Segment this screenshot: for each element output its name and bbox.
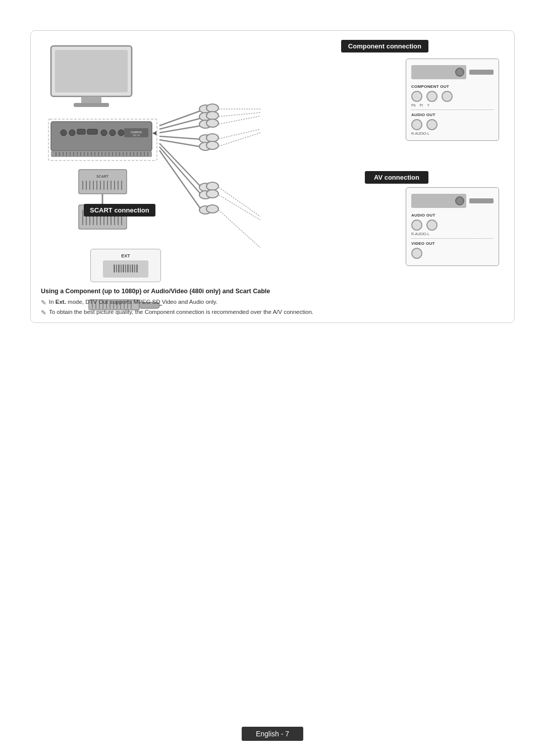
svg-line-89	[219, 113, 260, 117]
note-item-1: ✎ In Ext. mode, DTV Out supports MPEG SD…	[41, 299, 504, 306]
svg-point-84	[206, 134, 219, 142]
svg-rect-7	[77, 129, 85, 134]
notes-section: Using a Component (up to 1080p) or Audio…	[41, 288, 504, 316]
svg-point-95	[206, 182, 219, 190]
svg-text:SCART: SCART	[96, 175, 109, 178]
r-audio-l-label-comp: R-AUDIO-L	[411, 132, 494, 135]
component-sub-labels: Pb Pr Y	[411, 103, 494, 107]
note-icon-1: ✎	[41, 299, 46, 306]
svg-line-92	[219, 133, 260, 146]
note-title: Using a Component (up to 1080p) or Audio…	[41, 288, 504, 295]
separator-1	[411, 110, 494, 110]
page: COMPOS /AV IN ◄	[0, 0, 545, 756]
r-audio-l-label-av: R-AUDIO-L	[411, 232, 494, 236]
ext-label: EXT	[95, 253, 156, 258]
svg-line-102	[219, 187, 260, 217]
svg-point-5	[61, 130, 67, 136]
audio-out-label-av: AUDIO OUT	[411, 213, 494, 218]
svg-point-11	[118, 130, 124, 136]
separator-2	[411, 238, 494, 239]
connection-diagram: COMPOS /AV IN ◄	[36, 36, 389, 293]
main-content-box: COMPOS /AV IN ◄	[30, 30, 515, 323]
component-ports-row	[411, 91, 494, 102]
svg-point-87	[206, 141, 219, 149]
svg-line-96	[159, 147, 201, 195]
audio-ports-av	[411, 220, 494, 231]
svg-point-9	[101, 130, 107, 136]
svg-point-101	[206, 205, 219, 213]
component-panel: COMPONENT OUT Pb Pr Y AUDIO OUT R-AUDIO-…	[406, 59, 499, 141]
scart-box: EXT	[90, 249, 161, 282]
svg-rect-1	[55, 50, 128, 92]
svg-line-104	[219, 210, 260, 248]
r-port-comp	[411, 119, 422, 130]
svg-line-91	[219, 129, 260, 139]
audio-ports-comp	[411, 119, 494, 130]
svg-line-103	[219, 195, 260, 220]
component-connection-label: Component connection	[341, 40, 428, 52]
note-icon-2: ✎	[41, 309, 46, 316]
svg-point-98	[206, 190, 219, 198]
svg-rect-2	[81, 96, 101, 104]
note-item-2: ✎ To obtain the best picture quality, th…	[41, 309, 504, 316]
svg-line-90	[219, 116, 260, 124]
svg-point-10	[110, 130, 116, 136]
svg-point-75	[206, 104, 219, 112]
component-out-label: COMPONENT OUT	[411, 84, 494, 89]
svg-point-6	[69, 130, 75, 136]
svg-point-78	[206, 112, 219, 120]
l-port-comp	[426, 119, 438, 130]
scart-connection-label: SCART connection	[84, 204, 155, 217]
svg-rect-3	[74, 103, 109, 107]
svg-line-85	[159, 140, 201, 147]
audio-out-label-comp: AUDIO OUT	[411, 113, 494, 117]
svg-point-81	[206, 119, 219, 127]
page-footer: English - 7	[242, 727, 303, 741]
video-port	[411, 248, 422, 259]
pb-port	[411, 91, 422, 102]
svg-line-79	[159, 126, 201, 133]
pr-port	[426, 91, 438, 102]
video-out-label-av: VIDEO OUT	[411, 241, 494, 246]
av-panel: AUDIO OUT R-AUDIO-L VIDEO OUT	[406, 187, 499, 266]
footer-text: English - 7	[256, 730, 289, 738]
l-port-av	[426, 220, 438, 231]
svg-line-82	[159, 136, 201, 139]
svg-rect-16	[51, 151, 152, 157]
video-port-av	[411, 248, 494, 259]
svg-text:/AV IN: /AV IN	[133, 134, 140, 137]
y-port	[442, 91, 453, 102]
av-connection-label: AV connection	[365, 171, 428, 184]
r-port-av	[411, 220, 422, 231]
svg-rect-8	[87, 129, 97, 134]
